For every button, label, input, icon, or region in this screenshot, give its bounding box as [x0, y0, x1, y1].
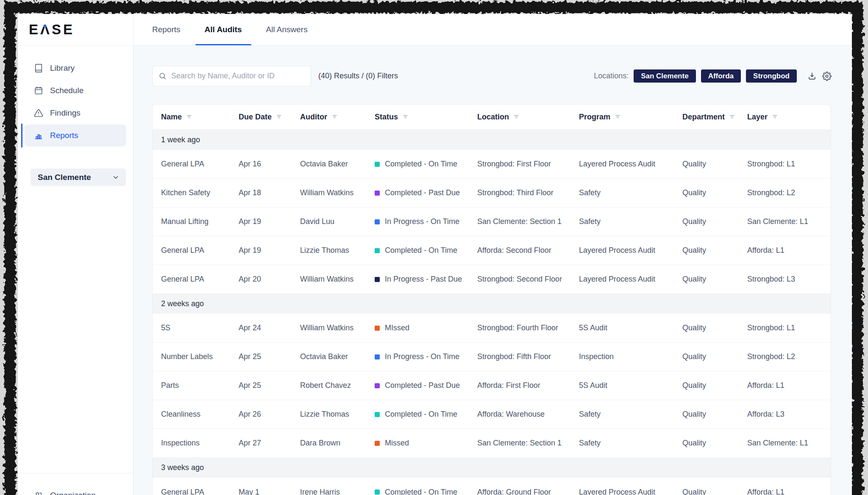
table-row[interactable]: General LPA May 1 Irene Harris Completed… [153, 478, 831, 495]
column-header-location[interactable]: Location [477, 113, 579, 122]
location-button-san-clemente[interactable]: San Clemente [634, 69, 696, 83]
download-button[interactable] [807, 72, 817, 81]
column-label: Department [682, 113, 725, 122]
cell-layer: Afforda: L3 [747, 410, 831, 419]
sidebar-item-label: Library [50, 64, 75, 73]
column-header-layer[interactable]: Layer [747, 113, 831, 122]
cell-department: Quality [682, 217, 747, 226]
cell-location: Strongbod: First Floor [477, 160, 579, 169]
ease-logo: EΛSE [29, 22, 75, 38]
calendar-icon [34, 86, 43, 95]
cell-auditor: Lizzie Thomas [300, 246, 375, 255]
filter-icon[interactable] [615, 113, 622, 121]
status-label: Completed - On Time [385, 410, 457, 419]
sidebar-item-label: Organization [50, 491, 96, 495]
column-header-program[interactable]: Program [579, 113, 682, 122]
cell-layer: San Clemente: L1 [747, 439, 831, 448]
tab-all-audits[interactable]: All Audits [205, 14, 242, 45]
column-header-name[interactable]: Name [161, 113, 239, 122]
table-row[interactable]: Kitchen Safety Apr 18 William Watkins Co… [153, 179, 831, 207]
sidebar-item-findings[interactable]: Findings [25, 102, 126, 124]
column-header-due-date[interactable]: Due Date [239, 113, 300, 122]
logo-area: EΛSE [18, 14, 133, 46]
cell-due-date: Apr 27 [239, 439, 300, 448]
cell-status: In Progress - On Time [375, 352, 477, 361]
status-color-square [375, 489, 380, 495]
cell-department: Quality [682, 352, 747, 361]
cell-status: Completed - On Time [375, 246, 477, 255]
filter-icon[interactable] [276, 113, 283, 121]
search-input[interactable] [171, 72, 305, 80]
filter-icon[interactable] [772, 113, 779, 121]
status-label: In Progress - Past Due [385, 275, 462, 284]
cell-due-date: Apr 16 [239, 160, 300, 169]
table-row[interactable]: General LPA Apr 19 Lizzie Thomas Complet… [153, 236, 831, 265]
cell-auditor: Robert Chavez [300, 381, 375, 390]
status-label: In Progress - On Time [385, 217, 459, 226]
cell-auditor: David Luu [300, 217, 375, 226]
table-header-row: Name Due Date Auditor Status Location Pr… [153, 105, 831, 130]
cell-location: Strongbod: Fourth Floor [477, 324, 579, 332]
cell-department: Quality [682, 188, 747, 197]
cell-program: 5S Audit [579, 381, 682, 390]
table-row[interactable]: Inspections Apr 27 Dara Brown Missed San… [153, 429, 831, 458]
table-row[interactable]: General LPA Apr 16 Octavia Baker Complet… [153, 150, 831, 179]
cell-status: MIssed [375, 324, 477, 332]
column-header-department[interactable]: Department [682, 113, 747, 122]
status-label: Completed - Past Due [385, 188, 460, 197]
table-row[interactable]: General LPA Apr 20 William Watkins In Pr… [153, 265, 831, 294]
tab-reports[interactable]: Reports [152, 14, 181, 45]
filter-icon[interactable] [513, 113, 520, 121]
filter-icon[interactable] [402, 113, 409, 121]
group-label: 3 weeks ago [161, 463, 204, 472]
table-row[interactable]: Manual Lifting Apr 19 David Luu In Progr… [153, 207, 831, 236]
table-row[interactable]: Parts Apr 25 Robert Chavez Completed - P… [153, 371, 831, 400]
logo-letter: Λ [40, 22, 52, 37]
tab-all-answers[interactable]: All Answers [266, 14, 308, 45]
cell-name: General LPA [161, 160, 239, 169]
sidebar-item-reports[interactable]: Reports [25, 124, 126, 147]
cell-layer: Afforda: L1 [747, 381, 831, 390]
cell-department: Quality [682, 246, 747, 255]
cell-auditor: Octavia Baker [300, 352, 375, 361]
cell-program: Inspection [579, 352, 682, 361]
cell-name: Manual Lifting [161, 217, 239, 226]
status-label: Completed - On Time [385, 246, 457, 255]
cell-status: In Progress - Past Due [375, 275, 477, 284]
filter-icon[interactable] [729, 113, 736, 121]
cell-layer: Afforda: L1 [747, 246, 831, 255]
group-header: 3 weeks ago [153, 458, 831, 478]
table-body: 1 week ago General LPA Apr 16 Octavia Ba… [153, 130, 831, 495]
cell-status: Completed - Past Due [375, 188, 477, 197]
status-label: Completed - On Time [385, 160, 457, 169]
settings-button[interactable] [822, 72, 832, 81]
cell-location: Strongbod: Third Floor [477, 188, 579, 197]
cell-program: Layered Process Audit [579, 246, 682, 255]
column-header-status[interactable]: Status [375, 113, 477, 122]
sidebar-nav: Library Schedule Findings Reports [18, 46, 133, 147]
status-color-square [375, 248, 380, 253]
sidebar-item-organization[interactable]: Organization [25, 484, 126, 495]
status-label: Completed - Past Due [385, 381, 460, 390]
filter-icon[interactable] [186, 113, 193, 121]
cell-name: Parts [161, 381, 239, 390]
cell-auditor: Dara Brown [300, 439, 375, 448]
sidebar-item-library[interactable]: Library [25, 57, 126, 79]
table-row[interactable]: Number Labels Apr 25 Octavia Baker In Pr… [153, 343, 831, 371]
cell-status: Completed - Past Due [375, 381, 477, 390]
location-button-strongbod[interactable]: Strongbod [746, 69, 797, 83]
table-row[interactable]: Cleanliness Apr 26 Lizzie Thomas Complet… [153, 400, 831, 429]
search-box[interactable] [152, 66, 311, 86]
filter-icon[interactable] [331, 113, 339, 121]
table-row[interactable]: 5S Apr 24 William Watkins MIssed Strongb… [153, 314, 831, 343]
sidebar-item-schedule[interactable]: Schedule [25, 80, 126, 102]
tab-label: Reports [152, 25, 181, 34]
cell-location: San Clemente: Section 1 [477, 217, 579, 226]
sidebar-location-value: San Clemente [38, 173, 91, 182]
location-button-afforda[interactable]: Afforda [701, 69, 741, 83]
sidebar-item-label: Schedule [50, 86, 83, 95]
column-label: Auditor [300, 113, 327, 122]
sidebar-location-selector[interactable]: San Clemente [31, 169, 126, 186]
tab-label: All Audits [205, 25, 242, 34]
column-header-auditor[interactable]: Auditor [300, 113, 375, 122]
